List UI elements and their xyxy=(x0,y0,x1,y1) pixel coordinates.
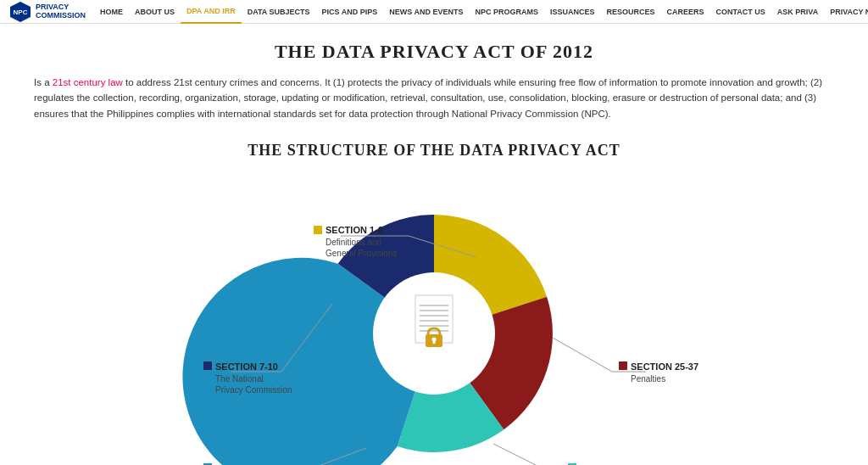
pie-chart-svg: SECTION 1-6 Definitions and General Prov… xyxy=(103,168,765,465)
structure-chart: SECTION 1-6 Definitions and General Prov… xyxy=(34,168,834,465)
svg-line-11 xyxy=(553,338,612,372)
nav-dpa[interactable]: DPA and IRR xyxy=(181,0,242,24)
svg-text:Penalties: Penalties xyxy=(631,374,665,384)
nav-careers[interactable]: CAREERS xyxy=(660,0,709,24)
site-logo[interactable]: NPC PRIVACY COMMISSION xyxy=(8,0,86,24)
nav-resources[interactable]: RESOURCES xyxy=(600,0,660,24)
intro-link[interactable]: 21st century law xyxy=(53,77,123,87)
page-title: THE DATA PRIVACY ACT OF 2012 xyxy=(34,41,834,63)
nav-menu: HOME ABOUT US DPA and IRR DATA SUBJECTS … xyxy=(94,0,868,24)
svg-rect-8 xyxy=(433,339,436,344)
nav-home[interactable]: HOME xyxy=(94,0,129,24)
svg-text:SECTION 7-10: SECTION 7-10 xyxy=(215,361,278,372)
nav-issuances[interactable]: ISSUANCES xyxy=(544,0,601,24)
nav-pics-pips[interactable]: PICs AND PIPs xyxy=(316,0,384,24)
nav-news[interactable]: NEWS AND EVENTS xyxy=(383,0,469,24)
nav-privacy-notice[interactable]: PRIVACY NOTICE xyxy=(824,0,868,24)
structure-title: THE STRUCTURE OF THE DATA PRIVACY ACT xyxy=(34,142,834,160)
svg-rect-23 xyxy=(203,361,212,370)
svg-text:General Provisions: General Provisions xyxy=(326,249,397,258)
logo-text-line2: COMMISSION xyxy=(36,12,86,20)
svg-line-13 xyxy=(493,444,553,465)
nav-ask-priva[interactable]: ASK PRIVA xyxy=(771,0,824,24)
svg-text:SECTION 25-37: SECTION 25-37 xyxy=(631,361,698,372)
nav-data-subjects[interactable]: DATA SUBJECTS xyxy=(242,0,316,24)
svg-text:The National: The National xyxy=(215,374,264,384)
svg-rect-19 xyxy=(314,226,322,234)
svg-text:Privacy Commission: Privacy Commission xyxy=(215,385,292,395)
nav-npc-programs[interactable]: NPC PROGRAMS xyxy=(469,0,544,24)
svg-text:NPC: NPC xyxy=(14,8,28,16)
intro-paragraph: Is a 21st century law to address 21st ce… xyxy=(34,75,834,121)
nav-contact[interactable]: CONTACT US xyxy=(709,0,771,24)
svg-rect-36 xyxy=(619,361,627,370)
svg-text:SECTION 1-6: SECTION 1-6 xyxy=(326,225,383,235)
svg-text:Definitions and: Definitions and xyxy=(326,238,381,247)
nav-about[interactable]: ABOUT US xyxy=(129,0,181,24)
